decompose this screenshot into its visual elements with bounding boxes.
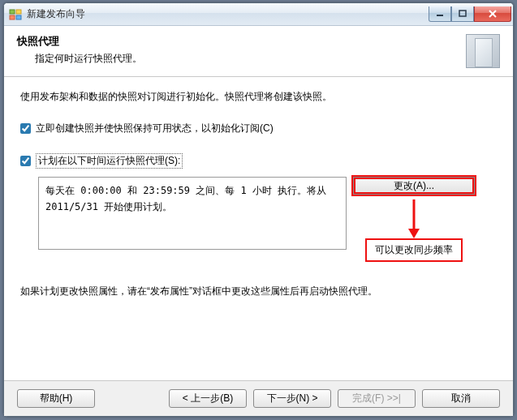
wizard-icon bbox=[466, 34, 500, 68]
close-button[interactable] bbox=[474, 6, 511, 22]
svg-rect-5 bbox=[459, 11, 466, 16]
create-snapshot-now-row[interactable]: 立即创建快照并使快照保持可用状态，以初始化订阅(C) bbox=[20, 122, 497, 135]
maximize-button[interactable] bbox=[451, 6, 474, 22]
svg-rect-3 bbox=[16, 15, 21, 19]
page-title: 快照代理 bbox=[17, 34, 466, 49]
schedule-block: 每天在 0:00:00 和 23:59:59 之间、每 1 小时 执行。将从 2… bbox=[38, 177, 497, 262]
schedule-row[interactable]: 计划在以下时间运行快照代理(S): bbox=[20, 153, 497, 169]
maximize-icon bbox=[459, 10, 467, 18]
wizard-window: 新建发布向导 快照代理 指定何时运行快照代理。 使用发布架构和数据的快照对订阅进… bbox=[3, 2, 514, 417]
button-bar: 帮助(H) < 上一步(B) 下一步(N) > 完成(F) >>| 取消 bbox=[4, 380, 513, 416]
finish-button: 完成(F) >>| bbox=[338, 389, 416, 408]
svg-rect-2 bbox=[10, 15, 15, 19]
annotation-arrow bbox=[406, 199, 422, 238]
svg-rect-0 bbox=[10, 10, 15, 14]
cancel-button[interactable]: 取消 bbox=[422, 389, 500, 408]
footer-note: 如果计划更改快照属性，请在“发布属性”对话框中更改这些属性后再启动快照代理。 bbox=[20, 285, 497, 298]
create-snapshot-now-label: 立即创建快照并使快照保持可用状态，以初始化订阅(C) bbox=[36, 122, 274, 135]
svg-rect-4 bbox=[437, 15, 443, 16]
page-subtitle: 指定何时运行快照代理。 bbox=[35, 52, 466, 66]
annotation-note: 可以更改同步频率 bbox=[365, 238, 463, 262]
minimize-button[interactable] bbox=[429, 6, 451, 22]
titlebar[interactable]: 新建发布向导 bbox=[4, 3, 513, 26]
intro-text: 使用发布架构和数据的快照对订阅进行初始化。快照代理将创建该快照。 bbox=[20, 90, 497, 104]
window-buttons bbox=[429, 6, 511, 22]
next-button[interactable]: 下一步(N) > bbox=[253, 389, 331, 408]
help-button[interactable]: 帮助(H) bbox=[17, 389, 95, 408]
schedule-label: 计划在以下时间运行快照代理(S): bbox=[36, 153, 183, 169]
minimize-icon bbox=[436, 10, 444, 18]
back-button[interactable]: < 上一步(B) bbox=[169, 389, 247, 408]
app-icon bbox=[9, 8, 22, 21]
window-title: 新建发布向导 bbox=[27, 7, 429, 21]
close-icon bbox=[488, 10, 498, 18]
create-snapshot-now-checkbox[interactable] bbox=[20, 123, 31, 134]
wizard-header: 快照代理 指定何时运行快照代理。 bbox=[4, 26, 513, 77]
change-button[interactable]: 更改(A)... bbox=[353, 177, 475, 195]
schedule-checkbox[interactable] bbox=[20, 156, 31, 166]
svg-rect-1 bbox=[16, 10, 21, 14]
svg-marker-9 bbox=[408, 229, 420, 238]
schedule-textbox[interactable]: 每天在 0:00:00 和 23:59:59 之间、每 1 小时 执行。将从 2… bbox=[38, 177, 347, 250]
wizard-content: 使用发布架构和数据的快照对订阅进行初始化。快照代理将创建该快照。 立即创建快照并… bbox=[4, 77, 513, 380]
